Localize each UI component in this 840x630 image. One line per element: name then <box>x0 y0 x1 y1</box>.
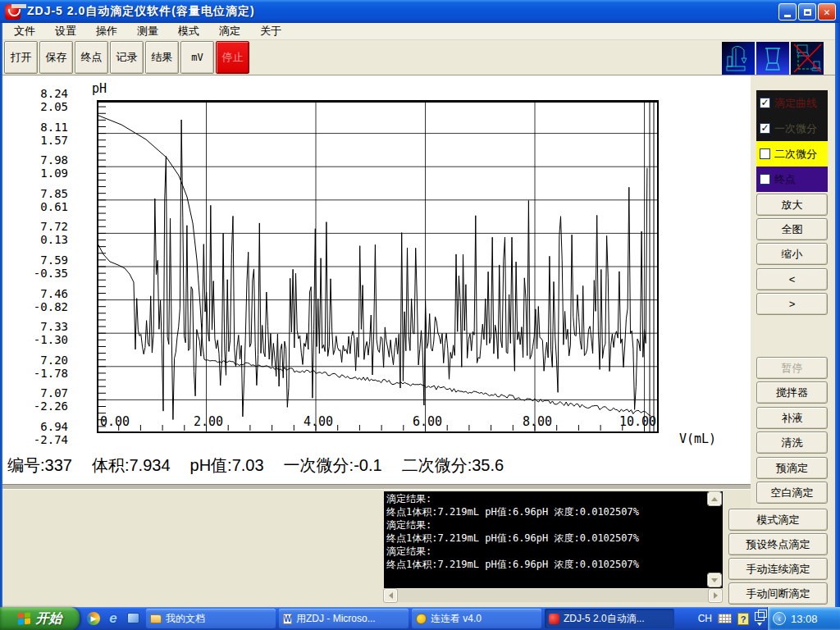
open-button[interactable]: 打开 <box>4 41 38 74</box>
task-my-documents[interactable]: 我的文档 <box>146 609 276 628</box>
menu-titration[interactable]: 滴定 <box>214 22 245 40</box>
legend-row-titration-curve[interactable]: ✓ 滴定曲线 <box>756 90 828 116</box>
checkbox[interactable]: ✓ <box>760 123 770 134</box>
refill-button[interactable]: 补液 <box>756 407 828 429</box>
taskbar: 开始 ▶ e 我的文档 W 用ZDJ - Microso... 连连看 v4.0… <box>0 607 840 630</box>
console-line: 终点1体积:7.219mL pH值:6.96pH 浓度:0.0102507% <box>386 532 720 545</box>
zoom-out-button[interactable]: 缩小 <box>756 243 828 265</box>
pre-titration-button[interactable]: 预滴定 <box>756 457 828 479</box>
menu-measure[interactable]: 测量 <box>132 22 163 40</box>
y-tick: 7.850.61 <box>12 187 68 213</box>
maximize-button[interactable] <box>798 3 816 21</box>
manual-intermittent-titration-button[interactable]: 手动间断滴定 <box>728 582 828 605</box>
result-console[interactable]: 滴定结果: 终点1体积:7.219mL pH值:6.96pH 浓度:0.0102… <box>384 491 723 588</box>
mv-button[interactable]: mV <box>180 41 214 74</box>
scroll-right-button[interactable] <box>709 589 722 602</box>
help-tray-icon[interactable]: ? <box>737 613 749 625</box>
minimize-icon <box>784 15 791 17</box>
app-logo-badge <box>11 4 26 8</box>
lower-panel: 滴定结果: 终点1体积:7.219mL pH值:6.96pH 浓度:0.0102… <box>2 490 751 607</box>
close-button[interactable]: ✕ <box>818 3 836 21</box>
task-lianliankan-game[interactable]: 连连看 v4.0 <box>412 609 541 628</box>
folder-icon <box>150 614 162 623</box>
outlook-quicklaunch-icon[interactable] <box>125 609 141 627</box>
scroll-up-button[interactable] <box>708 492 721 505</box>
app-icon <box>5 4 21 20</box>
scroll-down-button[interactable] <box>708 573 721 587</box>
start-button[interactable]: 开始 <box>0 607 80 630</box>
pan-left-button[interactable]: < <box>756 268 828 290</box>
window-border <box>0 23 2 607</box>
internet-explorer-quicklaunch-icon[interactable]: e <box>105 609 121 627</box>
checkbox[interactable] <box>760 148 770 159</box>
result-button[interactable]: 结果 <box>145 41 179 74</box>
console-line: 滴定结果: <box>386 492 720 505</box>
endpoint-button[interactable]: 终点 <box>75 41 108 74</box>
keyboard-icon[interactable] <box>718 614 732 623</box>
ime-language-indicator[interactable]: CH <box>698 613 712 624</box>
y-tick: 8.242.05 <box>12 87 68 113</box>
preset-endpoint-titration-button[interactable]: 预设终点滴定 <box>728 533 828 555</box>
y-tick: 6.94-2.74 <box>12 420 68 446</box>
x-tick: 4.00 <box>300 414 336 429</box>
zdj-app-icon <box>549 614 559 624</box>
sidebar: ✓ 滴定曲线 ✓ 一次微分 二次微分 终点 放大 全图 缩小 < > 暂停 搅拌… <box>751 75 835 607</box>
horizontal-scrollbar[interactable] <box>384 589 723 602</box>
full-view-button[interactable]: 全图 <box>756 218 828 240</box>
y-tick: 7.46-0.82 <box>12 287 68 313</box>
menu-about[interactable]: 关于 <box>255 22 286 40</box>
zoom-in-button[interactable]: 放大 <box>756 194 828 216</box>
x-tick: 0.00 <box>100 414 136 429</box>
y-tick: 7.59-0.35 <box>12 253 68 280</box>
task-zdj5-app[interactable]: ZDJ-5 2.0自动滴... <box>545 609 674 628</box>
maximize-icon <box>804 9 811 16</box>
rinse-button[interactable]: 清洗 <box>756 431 828 454</box>
y-tick: 7.981.09 <box>12 153 68 180</box>
stirrer-button[interactable]: 搅拌器 <box>756 381 828 404</box>
console-line: 滴定结果: <box>386 545 720 558</box>
legend-row-endpoint[interactable]: 终点 <box>756 167 828 192</box>
menu-mode[interactable]: 模式 <box>173 22 204 40</box>
stop-button[interactable]: 停止 <box>216 41 249 74</box>
manual-continuous-titration-button[interactable]: 手动连续滴定 <box>728 558 828 580</box>
duck-game-icon <box>416 614 427 624</box>
menu-operation[interactable]: 操作 <box>91 22 122 40</box>
live-readout: 编号:337 体积:7.934 pH值:7.03 一次微分:-0.1 二次微分:… <box>7 454 504 477</box>
restore-window-tray-icon[interactable] <box>755 612 765 621</box>
task-word-document[interactable]: W 用ZDJ - Microso... <box>279 609 409 628</box>
window-border <box>835 23 840 607</box>
system-tray: ‹ 13:08 <box>767 607 840 630</box>
record-button[interactable]: 记录 <box>110 41 144 74</box>
x-tick: 10.00 <box>619 414 655 429</box>
console-line: 终点1体积:7.219mL pH值:6.96pH 浓度:0.0102507% <box>386 505 720 518</box>
divider <box>2 484 751 490</box>
legend-row-second-derivative[interactable]: 二次微分 <box>756 141 828 167</box>
x-tick: 8.00 <box>519 414 555 429</box>
pause-button: 暂停 <box>756 357 828 379</box>
save-button[interactable]: 保存 <box>39 41 73 74</box>
titration-plot[interactable] <box>97 100 659 433</box>
toolbar: 打开 保存 终点 记录 结果 mV 停止 <box>2 40 835 75</box>
legend-row-first-derivative[interactable]: ✓ 一次微分 <box>756 116 828 141</box>
arrow-up-icon <box>711 497 718 501</box>
y-tick: 7.07-2.26 <box>12 386 68 413</box>
mode-titration-button[interactable]: 模式滴定 <box>728 509 828 531</box>
disabled-setup-graphic-icon <box>791 42 824 75</box>
menu-file[interactable]: 文件 <box>9 22 40 40</box>
checkbox[interactable]: ✓ <box>760 98 770 108</box>
media-player-quicklaunch-icon[interactable]: ▶ <box>85 609 102 627</box>
pan-right-button[interactable]: > <box>756 293 828 315</box>
readout-volume: 体积:7.934 <box>92 454 171 477</box>
minimize-button[interactable] <box>778 3 797 21</box>
curve-legend: ✓ 滴定曲线 ✓ 一次微分 二次微分 终点 <box>756 90 828 192</box>
checkbox[interactable] <box>760 174 770 185</box>
collapse-tray-button[interactable]: ‹ <box>773 612 786 625</box>
scroll-left-button[interactable] <box>384 589 397 602</box>
blank-titration-button[interactable]: 空白滴定 <box>756 482 828 504</box>
menu-settings[interactable]: 设置 <box>50 22 81 40</box>
tray-overflow-arrow-icon[interactable] <box>757 623 762 626</box>
x-axis-title: V(mL) <box>679 431 716 446</box>
console-line: 滴定结果: <box>386 518 720 532</box>
y-tick: 7.720.13 <box>12 220 68 246</box>
desktop: ZDJ-5 2.0自动滴定仪软件(容量电位滴定) ✕ 文件 设置 操作 测量 模… <box>0 0 840 630</box>
